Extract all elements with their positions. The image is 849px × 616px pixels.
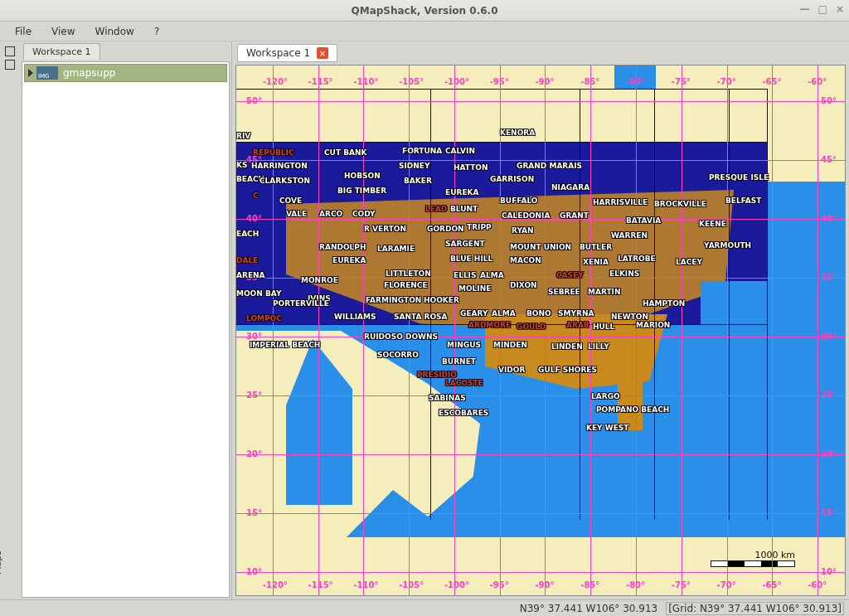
scale-bar: 1000 km bbox=[711, 550, 795, 567]
lon-label: -70° bbox=[717, 77, 736, 86]
city-label: ARENA bbox=[236, 271, 265, 279]
grid-line-lon bbox=[273, 65, 274, 595]
grid-line-lon bbox=[817, 65, 818, 595]
city-label: HOOKER bbox=[424, 296, 459, 304]
lon-label: -115° bbox=[308, 580, 333, 589]
dock-icon-2[interactable] bbox=[5, 60, 15, 70]
workspace-tab[interactable]: Workspace 1 × bbox=[237, 44, 337, 62]
city-label: SARGENT bbox=[445, 240, 485, 248]
lon-label: -75° bbox=[672, 580, 691, 589]
lat-label-left: 40° bbox=[246, 214, 262, 223]
grid-line-lon bbox=[682, 65, 682, 595]
city-label: PORTERVILLE bbox=[273, 299, 329, 308]
menu-help[interactable]: ? bbox=[146, 24, 167, 39]
tree-item-gmapsupp[interactable]: IMG gmapsupp bbox=[24, 64, 227, 82]
grid-line-lon bbox=[454, 65, 455, 595]
city-label: YARMOUTH bbox=[704, 241, 751, 250]
city-label: POMPANO BEACH bbox=[596, 405, 669, 414]
city-label: ARDMORE bbox=[468, 321, 511, 329]
city-label: MARION bbox=[636, 321, 670, 329]
map-tree[interactable]: IMG gmapsupp bbox=[22, 61, 230, 598]
city-label: GULF SHORES bbox=[538, 366, 597, 374]
lon-label: -120° bbox=[263, 77, 288, 86]
city-label: MINGUS bbox=[447, 341, 481, 349]
tree-item-label: gmapsupp bbox=[63, 67, 115, 79]
side-panel: Workspace 1 IMG gmapsupp bbox=[20, 41, 232, 599]
grid-line-lat bbox=[236, 337, 845, 337]
lon-label: -65° bbox=[762, 580, 781, 589]
city-label: EUREKA bbox=[445, 188, 478, 196]
minimize-icon[interactable]: — bbox=[800, 3, 810, 15]
lon-label: -85° bbox=[580, 580, 599, 589]
expand-icon[interactable] bbox=[28, 69, 33, 77]
city-label: BATAVIA bbox=[626, 216, 661, 225]
city-label: MOLINE bbox=[458, 284, 491, 293]
lat-label-left: 10° bbox=[246, 567, 262, 576]
city-label: SIDNEY bbox=[399, 162, 430, 170]
city-label: EACH bbox=[236, 230, 259, 238]
lat-label-right: 45° bbox=[821, 155, 837, 164]
lon-label: -95° bbox=[490, 580, 509, 589]
city-label: MACON bbox=[510, 256, 541, 264]
grid-line-lat bbox=[236, 160, 845, 161]
city-label: CALEDONIA bbox=[502, 211, 550, 220]
city-label: LITTLETON bbox=[386, 269, 431, 278]
city-label: CASEY bbox=[556, 271, 584, 279]
lat-label-left: 50° bbox=[246, 96, 262, 105]
city-label: FORTUNA bbox=[402, 147, 442, 155]
city-label: ELKINS bbox=[609, 269, 639, 278]
city-label: CALVIN bbox=[445, 147, 475, 155]
maps-dock-label[interactable]: Maps bbox=[0, 551, 3, 575]
city-label: WILLIAMS bbox=[334, 313, 376, 321]
city-label: LACEY bbox=[676, 258, 702, 266]
city-label: KENORA bbox=[500, 129, 535, 137]
lon-label: -100° bbox=[444, 580, 469, 589]
maximize-icon[interactable]: □ bbox=[818, 3, 827, 15]
city-label: DIXON bbox=[510, 281, 537, 289]
city-label: KEY WEST bbox=[586, 424, 628, 432]
city-label: BELFAST bbox=[725, 196, 761, 205]
dock-icon-1[interactable] bbox=[5, 46, 15, 56]
scale-label: 1000 km bbox=[711, 550, 795, 560]
close-icon[interactable]: × bbox=[836, 3, 844, 15]
grid-line-lat bbox=[236, 395, 845, 396]
lat-label-right: 15° bbox=[821, 508, 837, 517]
lat-label-left: 15° bbox=[246, 508, 262, 517]
city-label: LARGO bbox=[591, 392, 620, 400]
city-label: XENIA bbox=[583, 258, 609, 266]
menu-file[interactable]: File bbox=[7, 24, 40, 39]
menu-view[interactable]: View bbox=[43, 24, 83, 39]
city-label: MONROE bbox=[301, 276, 338, 284]
sidepanel-tab[interactable]: Workspace 1 bbox=[23, 43, 100, 60]
lat-label-right: 10° bbox=[821, 567, 837, 576]
grid-line-lat bbox=[236, 513, 845, 514]
tab-close-icon[interactable]: × bbox=[317, 47, 328, 59]
lon-label: -65° bbox=[762, 77, 781, 86]
city-label: PRESIDIO bbox=[417, 371, 457, 379]
city-label: LARAMIE bbox=[377, 245, 415, 253]
city-label: FARMINGTON bbox=[366, 296, 421, 304]
lon-label: -60° bbox=[808, 580, 827, 589]
menubar: File View Window ? bbox=[0, 22, 849, 41]
city-label: BAKER bbox=[404, 177, 432, 185]
city-label: COVE bbox=[279, 196, 302, 205]
grid-line-lon bbox=[318, 65, 319, 595]
city-label: HAMPTON bbox=[643, 299, 685, 308]
city-label: KEENE bbox=[699, 220, 726, 228]
lat-label-left: 20° bbox=[246, 449, 262, 458]
lon-label: -80° bbox=[626, 580, 645, 589]
city-label: R VERTON bbox=[364, 225, 406, 233]
city-label: SABINAS bbox=[429, 394, 466, 402]
left-toolbar: Maps bbox=[0, 41, 20, 599]
city-label: SMYRNA bbox=[558, 309, 594, 318]
lon-label: -110° bbox=[353, 77, 378, 86]
img-icon: IMG bbox=[36, 66, 58, 80]
grid-line-lon bbox=[727, 65, 728, 595]
map-view[interactable]: 1000 km -120°-120°-115°-115°-110°-110°-1… bbox=[235, 65, 846, 596]
city-label: ARAB bbox=[566, 321, 589, 329]
status-coords: N39° 37.441 W106° 30.913 bbox=[520, 603, 657, 614]
menu-window[interactable]: Window bbox=[87, 24, 143, 39]
city-label: EUREKA bbox=[332, 256, 366, 264]
city-label: GRANT bbox=[560, 211, 589, 220]
grid-line-lat bbox=[236, 101, 845, 102]
